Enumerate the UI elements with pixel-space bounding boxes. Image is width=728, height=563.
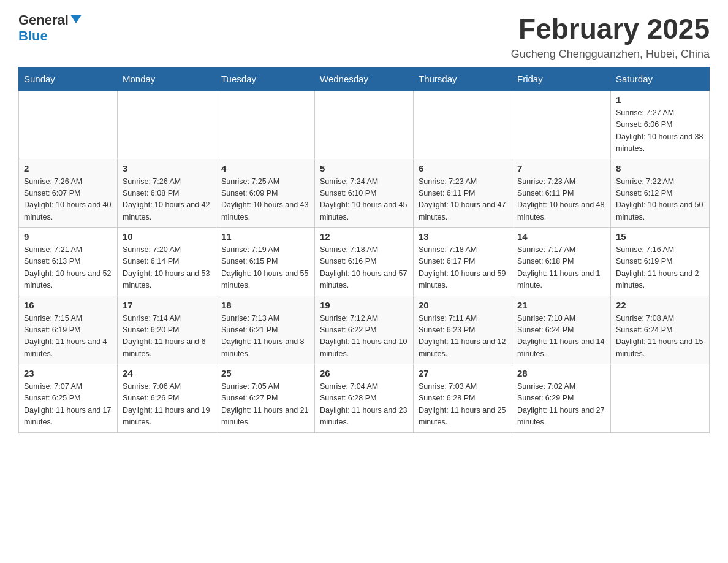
- calendar-cell: 23Sunrise: 7:07 AMSunset: 6:25 PMDayligh…: [19, 364, 118, 433]
- calendar-cell: [19, 91, 118, 159]
- calendar-week-row: 9Sunrise: 7:21 AMSunset: 6:13 PMDaylight…: [19, 228, 710, 296]
- logo-general-text: General: [18, 12, 69, 28]
- calendar-cell: 5Sunrise: 7:24 AMSunset: 6:10 PMDaylight…: [315, 159, 414, 228]
- calendar-cell: 6Sunrise: 7:23 AMSunset: 6:11 PMDaylight…: [414, 159, 512, 228]
- day-info: Sunrise: 7:02 AMSunset: 6:29 PMDaylight:…: [517, 381, 605, 429]
- day-number: 2: [24, 163, 112, 174]
- calendar-cell: 26Sunrise: 7:04 AMSunset: 6:28 PMDayligh…: [315, 364, 414, 433]
- calendar-body: 1Sunrise: 7:27 AMSunset: 6:06 PMDaylight…: [19, 91, 710, 433]
- calendar-header-monday: Monday: [118, 67, 216, 91]
- calendar-cell: 16Sunrise: 7:15 AMSunset: 6:19 PMDayligh…: [19, 296, 118, 364]
- title-area: February 2025 Gucheng Chengguanzhen, Hub…: [511, 12, 710, 61]
- day-number: 10: [123, 231, 211, 242]
- day-number: 9: [24, 231, 112, 242]
- day-number: 28: [517, 368, 605, 378]
- day-info: Sunrise: 7:08 AMSunset: 6:24 PMDaylight:…: [616, 313, 704, 361]
- day-info: Sunrise: 7:04 AMSunset: 6:28 PMDaylight:…: [320, 381, 408, 429]
- day-info: Sunrise: 7:11 AMSunset: 6:23 PMDaylight:…: [419, 313, 507, 361]
- day-info: Sunrise: 7:05 AMSunset: 6:27 PMDaylight:…: [221, 381, 309, 429]
- calendar-week-row: 1Sunrise: 7:27 AMSunset: 6:06 PMDaylight…: [19, 91, 710, 159]
- logo-arrow-icon: [70, 15, 82, 23]
- calendar-week-row: 16Sunrise: 7:15 AMSunset: 6:19 PMDayligh…: [19, 296, 710, 364]
- day-info: Sunrise: 7:19 AMSunset: 6:15 PMDaylight:…: [221, 244, 309, 292]
- day-number: 6: [419, 163, 507, 174]
- calendar-cell: 28Sunrise: 7:02 AMSunset: 6:29 PMDayligh…: [512, 364, 611, 433]
- day-number: 5: [320, 163, 408, 174]
- day-number: 12: [320, 231, 408, 242]
- day-number: 26: [320, 368, 408, 378]
- day-number: 21: [517, 300, 605, 310]
- calendar-cell: 7Sunrise: 7:23 AMSunset: 6:11 PMDaylight…: [512, 159, 611, 228]
- day-info: Sunrise: 7:14 AMSunset: 6:20 PMDaylight:…: [123, 313, 211, 361]
- day-info: Sunrise: 7:18 AMSunset: 6:16 PMDaylight:…: [320, 244, 408, 292]
- location: Gucheng Chengguanzhen, Hubei, China: [511, 48, 710, 61]
- day-info: Sunrise: 7:22 AMSunset: 6:12 PMDaylight:…: [616, 176, 704, 224]
- day-info: Sunrise: 7:27 AMSunset: 6:06 PMDaylight:…: [616, 107, 704, 155]
- calendar-header-thursday: Thursday: [414, 67, 512, 91]
- page-header: General Blue February 2025 Gucheng Cheng…: [18, 12, 710, 61]
- calendar-cell: 14Sunrise: 7:17 AMSunset: 6:18 PMDayligh…: [512, 228, 611, 296]
- calendar-cell: 13Sunrise: 7:18 AMSunset: 6:17 PMDayligh…: [414, 228, 512, 296]
- day-number: 20: [419, 300, 507, 310]
- day-number: 1: [616, 94, 704, 105]
- day-number: 15: [616, 231, 704, 242]
- day-number: 14: [517, 231, 605, 242]
- day-number: 11: [221, 231, 309, 242]
- calendar-header-friday: Friday: [512, 67, 611, 91]
- calendar-cell: 22Sunrise: 7:08 AMSunset: 6:24 PMDayligh…: [611, 296, 710, 364]
- calendar-cell: 11Sunrise: 7:19 AMSunset: 6:15 PMDayligh…: [216, 228, 315, 296]
- day-number: 18: [221, 300, 309, 310]
- day-number: 13: [419, 231, 507, 242]
- calendar-cell: 1Sunrise: 7:27 AMSunset: 6:06 PMDaylight…: [611, 91, 710, 159]
- day-info: Sunrise: 7:26 AMSunset: 6:07 PMDaylight:…: [24, 176, 112, 224]
- calendar-week-row: 2Sunrise: 7:26 AMSunset: 6:07 PMDaylight…: [19, 159, 710, 228]
- logo: General Blue: [18, 12, 82, 44]
- day-info: Sunrise: 7:21 AMSunset: 6:13 PMDaylight:…: [24, 244, 112, 292]
- calendar-cell: [414, 91, 512, 159]
- month-title: February 2025: [511, 12, 710, 45]
- day-info: Sunrise: 7:15 AMSunset: 6:19 PMDaylight:…: [24, 313, 112, 361]
- day-info: Sunrise: 7:03 AMSunset: 6:28 PMDaylight:…: [419, 381, 507, 429]
- day-number: 24: [123, 368, 211, 378]
- calendar-header-row: SundayMondayTuesdayWednesdayThursdayFrid…: [19, 67, 710, 91]
- calendar-week-row: 23Sunrise: 7:07 AMSunset: 6:25 PMDayligh…: [19, 364, 710, 433]
- day-info: Sunrise: 7:18 AMSunset: 6:17 PMDaylight:…: [419, 244, 507, 292]
- day-info: Sunrise: 7:10 AMSunset: 6:24 PMDaylight:…: [517, 313, 605, 361]
- calendar-header-saturday: Saturday: [611, 67, 710, 91]
- day-info: Sunrise: 7:07 AMSunset: 6:25 PMDaylight:…: [24, 381, 112, 429]
- day-number: 23: [24, 368, 112, 378]
- calendar-cell: 10Sunrise: 7:20 AMSunset: 6:14 PMDayligh…: [118, 228, 216, 296]
- day-number: 4: [221, 163, 309, 174]
- day-info: Sunrise: 7:26 AMSunset: 6:08 PMDaylight:…: [123, 176, 211, 224]
- calendar-cell: 21Sunrise: 7:10 AMSunset: 6:24 PMDayligh…: [512, 296, 611, 364]
- calendar-cell: 25Sunrise: 7:05 AMSunset: 6:27 PMDayligh…: [216, 364, 315, 433]
- calendar-cell: 3Sunrise: 7:26 AMSunset: 6:08 PMDaylight…: [118, 159, 216, 228]
- calendar-cell: 27Sunrise: 7:03 AMSunset: 6:28 PMDayligh…: [414, 364, 512, 433]
- calendar-cell: 20Sunrise: 7:11 AMSunset: 6:23 PMDayligh…: [414, 296, 512, 364]
- calendar-header-sunday: Sunday: [19, 67, 118, 91]
- day-info: Sunrise: 7:17 AMSunset: 6:18 PMDaylight:…: [517, 244, 605, 292]
- calendar-cell: [118, 91, 216, 159]
- calendar-cell: 8Sunrise: 7:22 AMSunset: 6:12 PMDaylight…: [611, 159, 710, 228]
- day-number: 22: [616, 300, 704, 310]
- logo-blue-text: Blue: [18, 28, 48, 44]
- day-number: 7: [517, 163, 605, 174]
- calendar-cell: 4Sunrise: 7:25 AMSunset: 6:09 PMDaylight…: [216, 159, 315, 228]
- calendar-cell: [216, 91, 315, 159]
- day-info: Sunrise: 7:24 AMSunset: 6:10 PMDaylight:…: [320, 176, 408, 224]
- calendar-table: SundayMondayTuesdayWednesdayThursdayFrid…: [18, 67, 710, 433]
- day-number: 16: [24, 300, 112, 310]
- calendar-cell: 19Sunrise: 7:12 AMSunset: 6:22 PMDayligh…: [315, 296, 414, 364]
- day-info: Sunrise: 7:06 AMSunset: 6:26 PMDaylight:…: [123, 381, 211, 429]
- calendar-cell: [315, 91, 414, 159]
- calendar-cell: [512, 91, 611, 159]
- calendar-cell: 18Sunrise: 7:13 AMSunset: 6:21 PMDayligh…: [216, 296, 315, 364]
- calendar-cell: [611, 364, 710, 433]
- day-info: Sunrise: 7:23 AMSunset: 6:11 PMDaylight:…: [419, 176, 507, 224]
- day-number: 19: [320, 300, 408, 310]
- day-number: 17: [123, 300, 211, 310]
- day-number: 3: [123, 163, 211, 174]
- day-info: Sunrise: 7:20 AMSunset: 6:14 PMDaylight:…: [123, 244, 211, 292]
- calendar-cell: 9Sunrise: 7:21 AMSunset: 6:13 PMDaylight…: [19, 228, 118, 296]
- day-info: Sunrise: 7:23 AMSunset: 6:11 PMDaylight:…: [517, 176, 605, 224]
